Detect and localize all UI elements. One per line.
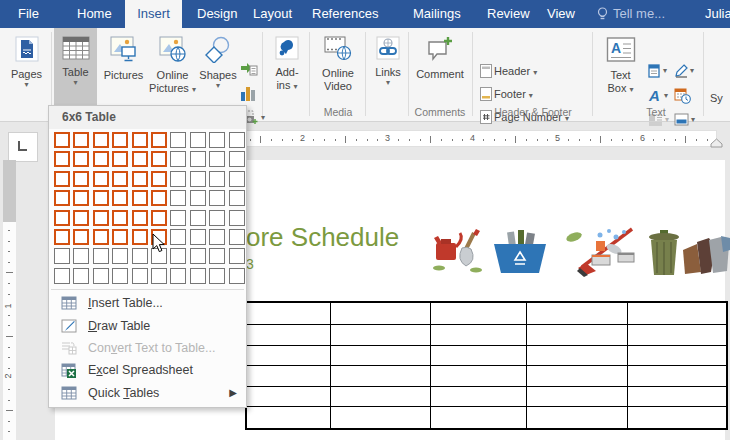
table-size-cell[interactable] — [170, 248, 186, 264]
doc-table-cell[interactable] — [331, 407, 431, 428]
chart-button[interactable] — [240, 86, 256, 101]
doc-table-cell[interactable] — [628, 303, 726, 325]
table-size-cell[interactable] — [190, 151, 206, 167]
table-size-cell[interactable] — [151, 190, 167, 206]
table-size-cell[interactable] — [151, 210, 167, 226]
table-size-cell[interactable] — [54, 248, 70, 264]
addins-button[interactable]: Add- ins ▾ — [266, 30, 308, 118]
right-indent-marker[interactable] — [710, 138, 723, 148]
table-size-cell[interactable] — [190, 132, 206, 148]
table-size-cell[interactable] — [73, 171, 89, 187]
date-time-button[interactable] — [674, 88, 691, 104]
table-size-cell[interactable] — [190, 190, 206, 206]
links-button[interactable]: Links ▾ — [369, 30, 407, 118]
table-size-cell[interactable] — [112, 229, 128, 245]
table-size-cell[interactable] — [93, 132, 109, 148]
tab-stop-selector[interactable] — [8, 132, 38, 162]
table-size-cell[interactable] — [132, 248, 148, 264]
doc-table-cell[interactable] — [331, 346, 431, 367]
table-size-cell[interactable] — [112, 268, 128, 284]
table-size-cell[interactable] — [73, 190, 89, 206]
menu-item-draw-table[interactable]: Draw Table — [49, 314, 246, 336]
doc-table-cell[interactable] — [527, 387, 628, 408]
comment-button[interactable]: Comment — [411, 30, 469, 118]
table-size-cell[interactable] — [93, 248, 109, 264]
document-subtitle[interactable]: 3 — [246, 256, 254, 272]
pages-button[interactable]: Pages ▾ — [4, 30, 49, 118]
table-size-cell[interactable] — [229, 132, 245, 148]
doc-table-cell[interactable] — [431, 325, 527, 346]
table-size-cell[interactable] — [132, 151, 148, 167]
table-size-cell[interactable] — [54, 190, 70, 206]
tab-insert[interactable]: Insert — [125, 0, 182, 28]
table-size-cell[interactable] — [54, 268, 70, 284]
tab-mailings[interactable]: Mailings — [413, 0, 461, 28]
table-size-cell[interactable] — [132, 229, 148, 245]
tab-review[interactable]: Review — [487, 0, 530, 28]
table-size-cell[interactable] — [170, 151, 186, 167]
table-size-cell[interactable] — [209, 151, 225, 167]
doc-table-cell[interactable] — [331, 303, 431, 325]
doc-table-cell[interactable] — [431, 366, 527, 387]
table-size-cell[interactable] — [209, 229, 225, 245]
menu-item-excel-spreadsheet[interactable]: Excel Spreadsheet — [49, 359, 246, 381]
table-size-cell[interactable] — [93, 229, 109, 245]
doc-table-cell[interactable] — [331, 387, 431, 408]
tab-view[interactable]: View — [547, 0, 575, 28]
table-size-cell[interactable] — [229, 229, 245, 245]
table-size-cell[interactable] — [190, 268, 206, 284]
table-size-cell[interactable] — [93, 151, 109, 167]
tell-me-box[interactable]: Tell me... — [597, 0, 665, 28]
table-size-cell[interactable] — [112, 190, 128, 206]
table-size-cell[interactable] — [151, 268, 167, 284]
table-size-cell[interactable] — [151, 151, 167, 167]
doc-table-cell[interactable] — [628, 387, 726, 408]
table-size-cell[interactable] — [170, 132, 186, 148]
doc-table-cell[interactable] — [628, 366, 726, 387]
doc-table-cell[interactable] — [247, 387, 331, 408]
table-size-cell[interactable] — [112, 171, 128, 187]
smartart-button[interactable] — [240, 62, 258, 77]
doc-table-cell[interactable] — [431, 346, 527, 367]
table-size-cell[interactable] — [190, 248, 206, 264]
header-button[interactable]: Header ▾ — [480, 64, 537, 78]
table-size-cell[interactable] — [54, 171, 70, 187]
table-size-cell[interactable] — [54, 210, 70, 226]
wordart-button[interactable]: A ▾ — [648, 88, 668, 103]
table-size-cell[interactable] — [229, 151, 245, 167]
table-size-cell[interactable] — [93, 210, 109, 226]
table-size-cell[interactable] — [132, 268, 148, 284]
tab-layout[interactable]: Layout — [253, 0, 292, 28]
table-size-cell[interactable] — [229, 268, 245, 284]
doc-table-cell[interactable] — [527, 303, 628, 325]
table-size-cell[interactable] — [73, 248, 89, 264]
table-size-cell[interactable] — [190, 171, 206, 187]
doc-table-cell[interactable] — [247, 407, 331, 428]
doc-table-cell[interactable] — [331, 325, 431, 346]
table-size-cell[interactable] — [73, 210, 89, 226]
table-size-cell[interactable] — [209, 268, 225, 284]
menu-item-insert-table[interactable]: Insert Table... — [49, 292, 246, 314]
table-size-cell[interactable] — [209, 248, 225, 264]
table-size-cell[interactable] — [132, 171, 148, 187]
table-size-cell[interactable] — [229, 210, 245, 226]
doc-table-cell[interactable] — [527, 346, 628, 367]
doc-table-cell[interactable] — [247, 303, 331, 325]
doc-table-cell[interactable] — [431, 407, 527, 428]
table-size-cell[interactable] — [93, 268, 109, 284]
table-size-cell[interactable] — [73, 151, 89, 167]
table-size-cell[interactable] — [132, 210, 148, 226]
doc-table-cell[interactable] — [628, 407, 726, 428]
doc-table-cell[interactable] — [247, 366, 331, 387]
table-size-cell[interactable] — [209, 132, 225, 148]
table-size-cell[interactable] — [190, 229, 206, 245]
table-size-cell[interactable] — [170, 210, 186, 226]
table-size-cell[interactable] — [73, 268, 89, 284]
table-size-cell[interactable] — [73, 132, 89, 148]
doc-table-cell[interactable] — [431, 387, 527, 408]
table-size-cell[interactable] — [132, 190, 148, 206]
tab-file[interactable]: File — [18, 0, 39, 28]
table-size-cell[interactable] — [93, 190, 109, 206]
doc-table-cell[interactable] — [247, 346, 331, 367]
doc-table-cell[interactable] — [527, 366, 628, 387]
